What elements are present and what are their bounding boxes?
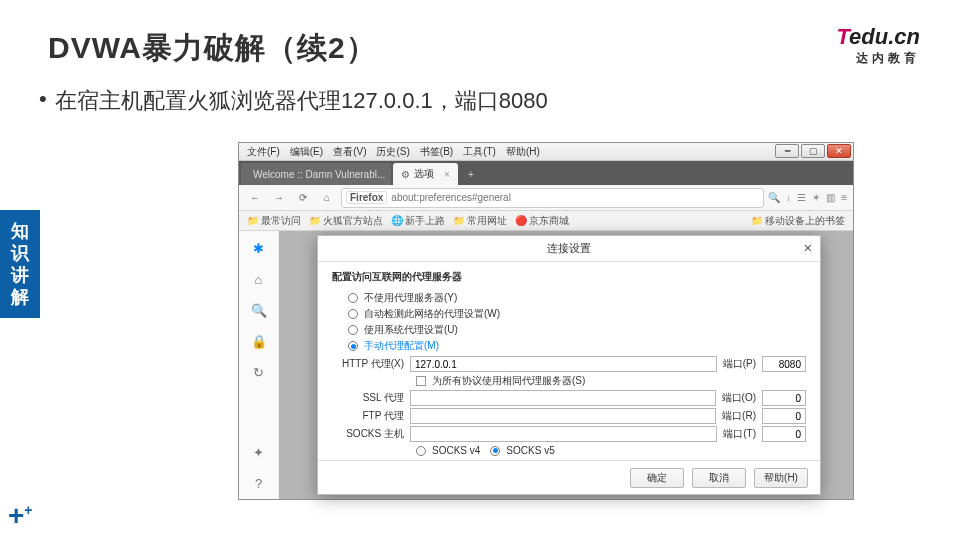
http-proxy-input[interactable] bbox=[410, 356, 717, 372]
tab-options[interactable]: ⚙ 选项 × bbox=[393, 163, 458, 185]
menu-view[interactable]: 查看(V) bbox=[329, 145, 370, 159]
download-icon[interactable]: ↓ bbox=[786, 192, 791, 203]
new-tab-button[interactable]: + bbox=[460, 163, 482, 185]
firefox-window: 文件(F) 编辑(E) 查看(V) 历史(S) 书签(B) 工具(T) 帮助(H… bbox=[238, 142, 854, 500]
brand-logo: Tedu.cn 达内教育 bbox=[836, 24, 920, 67]
search-icon[interactable]: 🔍 bbox=[768, 192, 780, 203]
menu-icon[interactable]: ≡ bbox=[841, 192, 847, 203]
close-tab-icon[interactable]: × bbox=[444, 169, 450, 180]
url-text: about:preferences#general bbox=[391, 192, 511, 203]
pocket-icon[interactable]: ✶ bbox=[812, 192, 820, 203]
tab-bar: Welcome :: Damn Vulnerabl... × ⚙ 选项 × + bbox=[239, 161, 853, 185]
library-icon[interactable]: ☰ bbox=[797, 192, 806, 203]
ssl-port-input[interactable] bbox=[762, 390, 806, 406]
sidebar-sync-icon[interactable]: ↻ bbox=[253, 365, 264, 380]
menu-tools[interactable]: 工具(T) bbox=[459, 145, 500, 159]
ssl-proxy-label: SSL 代理 bbox=[332, 391, 410, 405]
bookmark-newbie[interactable]: 🌐 新手上路 bbox=[391, 214, 445, 228]
help-button[interactable]: 帮助(H) bbox=[754, 468, 808, 488]
sidebar-icon[interactable]: ▥ bbox=[826, 192, 835, 203]
logo-t: T bbox=[836, 24, 849, 49]
bookmark-bar: 📁 最常访问 📁 火狐官方站点 🌐 新手上路 📁 常用网址 🔴 京东商城 📁 移… bbox=[239, 211, 853, 231]
toolbar-right-icons: 🔍 ↓ ☰ ✶ ▥ ≡ bbox=[768, 192, 847, 203]
corner-decoration: ++ bbox=[8, 500, 33, 532]
side-tag: 知识讲解 bbox=[0, 210, 40, 318]
radio-icon[interactable] bbox=[348, 293, 358, 303]
window-close-button[interactable]: ✕ bbox=[827, 144, 851, 158]
nav-back-icon[interactable]: ← bbox=[245, 189, 265, 207]
ok-button[interactable]: 确定 bbox=[630, 468, 684, 488]
menu-edit[interactable]: 编辑(E) bbox=[286, 145, 327, 159]
sidebar-home-icon[interactable]: ⌂ bbox=[255, 272, 263, 287]
radio-checked-icon[interactable] bbox=[348, 341, 358, 351]
http-port-label: 端口(P) bbox=[717, 357, 762, 371]
home-icon[interactable]: ⌂ bbox=[317, 189, 337, 207]
tab-dvwa-label: Welcome :: Damn Vulnerabl... bbox=[253, 169, 385, 180]
logo-rest: edu.cn bbox=[849, 24, 920, 49]
ftp-port-label: 端口(R) bbox=[716, 409, 762, 423]
ftp-port-input[interactable] bbox=[762, 408, 806, 424]
settings-sidebar: ✱ ⌂ 🔍 🔒 ↻ ✦ ? bbox=[239, 231, 279, 499]
tab-dvwa[interactable]: Welcome :: Damn Vulnerabl... × bbox=[241, 163, 391, 185]
socks-host-input[interactable] bbox=[410, 426, 717, 442]
checkbox-icon[interactable] bbox=[416, 376, 426, 386]
logo-sub: 达内教育 bbox=[836, 50, 920, 67]
http-proxy-label: HTTP 代理(X) bbox=[332, 357, 410, 371]
bullet-text: 在宿主机配置火狐浏览器代理127.0.0.1，端口8080 bbox=[55, 86, 548, 116]
bookmark-firefox[interactable]: 📁 火狐官方站点 bbox=[309, 214, 383, 228]
ssl-port-label: 端口(O) bbox=[716, 391, 762, 405]
option-no-proxy[interactable]: 不使用代理服务器(Y) bbox=[332, 290, 806, 306]
socks-v5-option[interactable]: SOCKS v5 bbox=[490, 444, 554, 457]
bookmark-common[interactable]: 📁 常用网址 bbox=[453, 214, 507, 228]
menu-file[interactable]: 文件(F) bbox=[243, 145, 284, 159]
dialog-body: 配置访问互联网的代理服务器 不使用代理服务器(Y) 自动检测此网络的代理设置(W… bbox=[318, 262, 820, 460]
socks-v4-option[interactable]: SOCKS v4 bbox=[416, 444, 480, 457]
address-bar: ← → ⟳ ⌂ Firefox about:preferences#genera… bbox=[239, 185, 853, 211]
sidebar-general-icon[interactable]: ✱ bbox=[253, 241, 264, 256]
cancel-button[interactable]: 取消 bbox=[692, 468, 746, 488]
dialog-heading: 配置访问互联网的代理服务器 bbox=[332, 270, 806, 284]
option-system-proxy[interactable]: 使用系统代理设置(U) bbox=[332, 322, 806, 338]
ftp-proxy-input[interactable] bbox=[410, 408, 716, 424]
option-auto-detect[interactable]: 自动检测此网络的代理设置(W) bbox=[332, 306, 806, 322]
socks-host-label: SOCKS 主机 bbox=[332, 427, 410, 441]
connection-settings-dialog: 连接设置 × 配置访问互联网的代理服务器 不使用代理服务器(Y) 自动检测此网络… bbox=[317, 235, 821, 495]
sidebar-addons-icon[interactable]: ✦ bbox=[253, 445, 264, 460]
same-proxy-label: 为所有协议使用相同代理服务器(S) bbox=[432, 374, 585, 388]
content-area: ✱ ⌂ 🔍 🔒 ↻ ✦ ? 连接设置 × 配置访问互联网的代理服务器 不使用代理… bbox=[239, 231, 853, 499]
sidebar-support-icon[interactable]: ? bbox=[255, 476, 262, 491]
menu-history[interactable]: 历史(S) bbox=[372, 145, 413, 159]
url-input[interactable]: Firefox about:preferences#general bbox=[341, 188, 764, 208]
dialog-title: 连接设置 bbox=[547, 241, 591, 256]
ftp-proxy-label: FTP 代理 bbox=[332, 409, 410, 423]
reload-icon[interactable]: ⟳ bbox=[293, 189, 313, 207]
radio-checked-icon[interactable] bbox=[490, 446, 500, 456]
same-proxy-row[interactable]: 为所有协议使用相同代理服务器(S) bbox=[332, 374, 806, 388]
socks-port-input[interactable] bbox=[762, 426, 806, 442]
menu-help[interactable]: 帮助(H) bbox=[502, 145, 544, 159]
socks-port-label: 端口(T) bbox=[717, 427, 762, 441]
option-manual-proxy[interactable]: 手动代理配置(M) bbox=[332, 338, 806, 354]
menu-bookmarks[interactable]: 书签(B) bbox=[416, 145, 457, 159]
dialog-footer: 确定 取消 帮助(H) bbox=[318, 460, 820, 494]
radio-icon[interactable] bbox=[348, 325, 358, 335]
window-maximize-button[interactable]: ▢ bbox=[801, 144, 825, 158]
firefox-label: Firefox bbox=[346, 191, 387, 204]
bookmark-mobile[interactable]: 📁 移动设备上的书签 bbox=[751, 214, 845, 228]
ssl-proxy-input[interactable] bbox=[410, 390, 716, 406]
http-port-input[interactable] bbox=[762, 356, 806, 372]
menu-bar[interactable]: 文件(F) 编辑(E) 查看(V) 历史(S) 书签(B) 工具(T) 帮助(H… bbox=[239, 143, 853, 161]
window-minimize-button[interactable]: ━ bbox=[775, 144, 799, 158]
slide-title: DVWA暴力破解（续2） bbox=[48, 28, 377, 69]
dialog-title-bar: 连接设置 × bbox=[318, 236, 820, 262]
dialog-close-icon[interactable]: × bbox=[804, 240, 812, 256]
bookmark-mostvisited[interactable]: 📁 最常访问 bbox=[247, 214, 301, 228]
bookmark-jd[interactable]: 🔴 京东商城 bbox=[515, 214, 569, 228]
radio-icon[interactable] bbox=[348, 309, 358, 319]
tab-options-label: 选项 bbox=[414, 167, 434, 181]
nav-forward-icon[interactable]: → bbox=[269, 189, 289, 207]
sidebar-search-icon[interactable]: 🔍 bbox=[251, 303, 267, 318]
radio-icon[interactable] bbox=[416, 446, 426, 456]
gear-icon: ⚙ bbox=[401, 169, 410, 180]
sidebar-privacy-icon[interactable]: 🔒 bbox=[251, 334, 267, 349]
